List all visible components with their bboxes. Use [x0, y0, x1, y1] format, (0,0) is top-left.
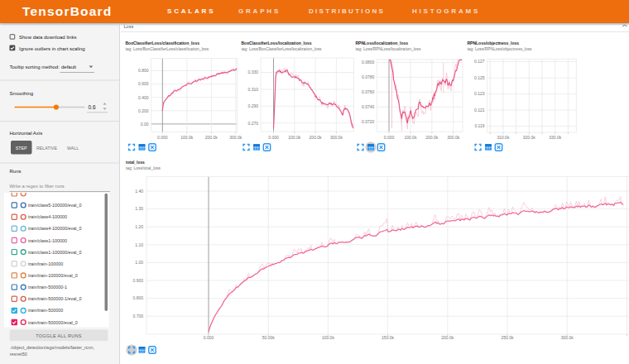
svg-text:Runs: Runs [10, 169, 22, 174]
svg-text:WALL: WALL [67, 146, 79, 151]
svg-text:Write a regex to filter runs: Write a regex to filter runs [10, 184, 65, 189]
svg-text:BoxClassifierLoss/classificati: BoxClassifierLoss/classification_loss [126, 41, 200, 46]
svg-text:train/class4-100000/eval_0: train/class4-100000/eval_0 [28, 226, 81, 231]
svg-text:default: default [61, 65, 76, 69]
svg-text:0.330: 0.330 [247, 69, 258, 74]
svg-text:0.125: 0.125 [474, 75, 485, 80]
svg-text:0.000: 0.000 [384, 135, 395, 140]
svg-text:Horizontal Axis: Horizontal Axis [10, 131, 43, 136]
svg-text:RELATIVE: RELATIVE [36, 146, 58, 151]
svg-text:0.0720: 0.0720 [362, 119, 375, 124]
svg-text:0.000: 0.000 [157, 135, 168, 140]
svg-text:train/train-500000: train/train-500000 [28, 308, 63, 313]
svg-text:200.0k: 200.0k [441, 335, 454, 340]
svg-text:0.0740: 0.0740 [362, 104, 375, 109]
svg-text:train/train-500000/eval_0: train/train-500000/eval_0 [28, 320, 78, 325]
svg-text:0.0800: 0.0800 [362, 60, 375, 65]
svg-text:0.121: 0.121 [474, 108, 485, 113]
svg-text:Ignore outliers in chart scali: Ignore outliers in chart scaling [19, 46, 85, 51]
svg-text:1.30: 1.30 [135, 206, 143, 211]
svg-text:total_loss: total_loss [126, 160, 145, 165]
svg-text:0.119: 0.119 [474, 123, 484, 128]
svg-text:Show data download links: Show data download links [19, 35, 76, 40]
svg-text:100.0k: 100.0k [288, 135, 301, 140]
svg-text:0.000: 0.000 [268, 135, 279, 140]
svg-text:1.10: 1.10 [135, 242, 143, 247]
svg-text:train/class1-100000/eval_0: train/class1-100000/eval_0 [28, 250, 81, 255]
svg-text:train/class1-100000: train/class1-100000 [28, 238, 67, 243]
svg-text:0.290: 0.290 [247, 103, 258, 108]
svg-text:0.127: 0.127 [474, 59, 485, 64]
svg-text:200.0k: 200.0k [310, 135, 323, 140]
svg-text:300.0k: 300.0k [447, 135, 460, 140]
svg-text:300.0k: 300.0k [330, 135, 343, 140]
svg-text:0.6: 0.6 [89, 104, 96, 110]
svg-text:tag: Loss/total_loss: tag: Loss/total_loss [126, 166, 161, 170]
svg-text:0.00: 0.00 [141, 122, 149, 127]
svg-text:tag: Loss/RPNLoss/objectness_l: tag: Loss/RPNLoss/objectness_loss [468, 47, 533, 51]
svg-text:200.0k: 200.0k [205, 135, 218, 140]
svg-text:200.0k: 200.0k [425, 135, 439, 140]
svg-text:0.200: 0.200 [138, 108, 149, 113]
svg-text:100.0k: 100.0k [404, 135, 417, 140]
svg-text:0.270: 0.270 [247, 121, 258, 126]
svg-text:BoxClassifierLoss/localization: BoxClassifierLoss/localization_loss [242, 41, 312, 46]
svg-text:310.0k: 310.0k [497, 135, 510, 140]
svg-text:train/train-100000/eval_0: train/train-100000/eval_0 [28, 273, 78, 278]
svg-text:0.800: 0.800 [132, 295, 143, 300]
svg-text:train/class4-100000: train/class4-100000 [28, 214, 67, 219]
svg-text:RPNLoss/localization_loss: RPNLoss/localization_loss [356, 41, 409, 46]
svg-text:0.900: 0.900 [132, 278, 143, 283]
svg-text:320.0k: 320.0k [523, 135, 536, 140]
svg-text:train/train-100000: train/train-100000 [28, 261, 63, 266]
svg-text:0.400: 0.400 [138, 95, 149, 100]
svg-text:0.000: 0.000 [204, 335, 214, 340]
svg-text:resnet50: resnet50 [10, 352, 27, 357]
svg-text:100.0k: 100.0k [180, 135, 194, 140]
svg-text:TOGGLE ALL RUNS: TOGGLE ALL RUNS [36, 333, 82, 338]
svg-text:Smoothing: Smoothing [10, 91, 34, 96]
svg-text:0.123: 0.123 [474, 91, 485, 96]
svg-text:train/train-500000-1: train/train-500000-1 [28, 285, 67, 290]
svg-text:tag: Loss/BoxClassifierLoss/lo: tag: Loss/BoxClassifierLoss/localization… [242, 47, 323, 51]
svg-text:RPNLoss/objectness_loss: RPNLoss/objectness_loss [468, 41, 520, 46]
svg-text:0.0780: 0.0780 [362, 74, 375, 79]
svg-text:150.0k: 150.0k [382, 335, 395, 340]
svg-text:Tooltip sorting method:: Tooltip sorting method: [10, 65, 60, 69]
svg-text:0.600: 0.600 [138, 81, 149, 86]
svg-text:tag: Loss/BoxClassifierLoss/cl: tag: Loss/BoxClassifierLoss/classificati… [126, 47, 209, 51]
svg-text:250.0k: 250.0k [501, 335, 514, 340]
svg-text:0.700: 0.700 [132, 314, 143, 318]
svg-text:1.20: 1.20 [135, 224, 143, 229]
svg-text:1.00: 1.00 [135, 260, 143, 265]
svg-text:STEP: STEP [16, 146, 27, 151]
svg-text:330.0k: 330.0k [549, 135, 562, 140]
svg-text:tag: Loss/RPNLoss/localization: tag: Loss/RPNLoss/localization_loss [356, 47, 421, 51]
svg-text:100.0k: 100.0k [322, 335, 335, 340]
svg-text:./object_detection/wgs/models/: ./object_detection/wgs/models/faster_rcn… [10, 345, 95, 350]
svg-text:train/train-500000-1/eval_0: train/train-500000-1/eval_0 [28, 296, 81, 301]
svg-text:train/class5-100000/eval_0: train/class5-100000/eval_0 [28, 203, 81, 208]
svg-text:50.00k: 50.00k [262, 335, 276, 340]
svg-text:1.40: 1.40 [135, 189, 143, 194]
svg-text:0.0760: 0.0760 [362, 89, 375, 94]
svg-text:300.0k: 300.0k [561, 335, 574, 340]
svg-text:300.0k: 300.0k [229, 135, 242, 140]
svg-text:0.800: 0.800 [138, 68, 149, 73]
svg-text:0.310: 0.310 [247, 87, 258, 92]
